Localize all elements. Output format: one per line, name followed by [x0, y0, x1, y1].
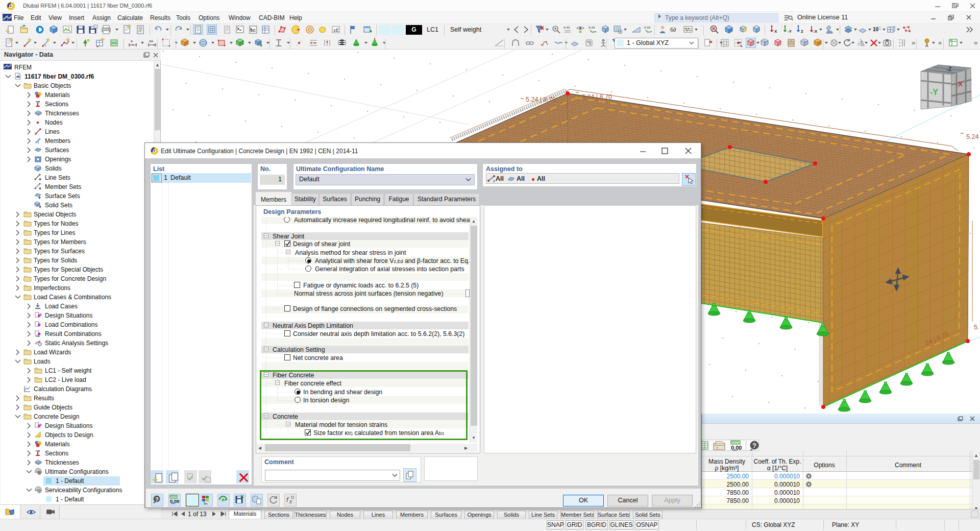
svg-text:x: x: [131, 39, 133, 43]
svg-text:I: I: [45, 44, 46, 47]
svg-text:x.xx: x.xx: [589, 26, 595, 29]
svg-text:5.: 5.: [974, 324, 979, 331]
svg-text:f: f: [286, 496, 289, 503]
svg-text:X: X: [774, 29, 777, 34]
svg-text:x: x: [289, 499, 292, 504]
svg-text:x.xx: x.xx: [644, 26, 651, 29]
svg-text:-Z: -Z: [946, 66, 952, 72]
svg-text:5.24 | 8.70: 5.24 | 8.70: [526, 96, 556, 103]
svg-text:10: 10: [873, 27, 879, 32]
svg-text:-Y: -Y: [930, 88, 938, 96]
svg-text:0,00: 0,00: [731, 445, 742, 451]
svg-text:±E: ±E: [333, 28, 339, 33]
svg-text:I: I: [38, 141, 39, 144]
svg-text:5.24 | 8: 5.24 | 8: [966, 133, 980, 140]
svg-text:A: A: [925, 43, 928, 48]
svg-text:6∂: 6∂: [670, 27, 676, 33]
svg-text:-X: -X: [955, 79, 963, 88]
svg-text:x.xx: x.xx: [564, 26, 570, 29]
svg-text:5.24 | 8.70: 5.24 | 8.70: [582, 93, 612, 101]
svg-text:?: ?: [155, 496, 159, 502]
svg-text:Z: Z: [801, 29, 803, 34]
svg-text:xx: xx: [149, 39, 153, 43]
svg-text:?: ?: [752, 442, 756, 449]
svg-text:-X: -X: [813, 29, 818, 34]
svg-text:-Y: -Y: [788, 29, 792, 34]
svg-text:z: z: [493, 179, 495, 183]
svg-text:0,00: 0,00: [170, 498, 180, 504]
